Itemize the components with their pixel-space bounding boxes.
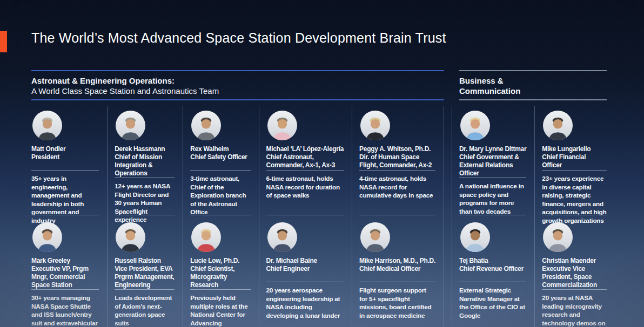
person-silhouette-icon	[543, 222, 573, 252]
avatar	[460, 111, 490, 140]
section-astronaut-engineering: Astronaut & Engineering Operations: A Wo…	[31, 70, 444, 327]
person-name: Rex Walheim	[190, 145, 250, 153]
person-bio: External Strategic Narrative Manager at …	[459, 287, 526, 320]
person-bio: 3-time astronaut, Chief of the Explorati…	[190, 175, 250, 217]
person-card: Dr. Mary Lynne DittmarChief Government &…	[452, 106, 534, 215]
avatar	[460, 222, 490, 252]
avatar	[32, 222, 62, 252]
person-title: Chief of Mission Integration & Operation…	[115, 153, 175, 178]
person-title: Chief Safety Officer	[190, 153, 250, 161]
section-header: Astronaut & Engineering Operations: A Wo…	[31, 70, 444, 100]
person-card: Matt OndlerPresident 35+ years in engine…	[31, 106, 107, 215]
person-title: Executive Vice President, Space Commerci…	[542, 265, 607, 289]
person-title: Vice President, EVA Prgrm Management, En…	[115, 265, 175, 289]
person-bio: Leads development of Axiom’s next-genera…	[115, 294, 175, 327]
section-subheading: A World Class Space Station and Astronau…	[31, 86, 444, 96]
person-silhouette-icon	[267, 111, 297, 140]
avatar	[267, 111, 297, 140]
person-card: Derek HassmannChief of Mission Integrati…	[107, 106, 183, 215]
avatar	[116, 111, 145, 140]
person-silhouette-icon	[191, 222, 221, 252]
person-silhouette-icon	[116, 222, 145, 252]
person-card: Mike LungarielloChief Financial Officer …	[534, 106, 615, 215]
person-bio: 20 years at NASA leading microgravity re…	[542, 294, 607, 327]
person-bio: 20 years aerospace engineering leadershi…	[266, 287, 344, 320]
section-heading-bold: Business &	[459, 76, 607, 86]
people-grid: Matt OndlerPresident 35+ years in engine…	[31, 106, 444, 327]
person-card: Peggy A. Whitson, Ph.D.Dir. of Human Spa…	[352, 106, 444, 215]
slide: The World’s Most Advanced Space Station …	[0, 0, 644, 327]
title-divider	[359, 170, 435, 171]
avatar	[32, 111, 62, 140]
person-silhouette-icon	[267, 222, 297, 252]
avatar	[543, 222, 573, 252]
person-card: Mark GreeleyExecutive VP, Prgm Mngr, Com…	[31, 215, 107, 327]
title-divider	[115, 289, 175, 290]
person-name: Mike Lungariello	[542, 145, 607, 153]
person-card: Michael ‘LA’ López-AlegríaChief Astronau…	[259, 106, 352, 215]
person-card: Christian MaenderExecutive Vice Presiden…	[534, 215, 615, 327]
title-divider	[266, 282, 344, 282]
people-grid: Dr. Mary Lynne DittmarChief Government &…	[452, 106, 615, 327]
avatar	[360, 222, 390, 252]
accent-bar	[0, 31, 7, 52]
person-title: Chief Engineer	[266, 265, 344, 273]
person-bio: Flight surgeon support for 5+ spacefligh…	[359, 287, 435, 320]
person-name: Peggy A. Whitson, Ph.D.	[359, 145, 435, 153]
person-silhouette-icon	[460, 111, 490, 140]
title-divider	[266, 170, 344, 171]
person-name: Mark Greeley	[31, 257, 99, 265]
person-card: Mike Harrison, M.D., Ph.D.Chief Medical …	[352, 215, 444, 327]
person-card: Dr. Michael BaineChief Engineer 20 years…	[259, 215, 352, 327]
person-bio: 6-time astronaut, holds NASA record for …	[266, 175, 344, 200]
title-divider	[31, 170, 99, 171]
person-title: Chief Financial Officer	[542, 153, 607, 169]
title-divider	[190, 170, 250, 171]
title-divider	[31, 289, 99, 290]
person-card: Rex WalheimChief Safety Officer 3-time a…	[183, 106, 258, 215]
title-divider	[115, 178, 175, 178]
person-name: Derek Hassmann	[115, 145, 175, 153]
person-title: President	[31, 153, 99, 161]
title-divider	[359, 282, 435, 282]
avatar	[360, 111, 390, 140]
person-card: Lucie Low, Ph.D.Chief Scientist, Microgr…	[183, 215, 258, 327]
person-bio: Previously held multiple roles at the Na…	[190, 294, 250, 327]
person-silhouette-icon	[360, 222, 390, 252]
person-silhouette-icon	[32, 222, 62, 252]
person-title: Executive VP, Prgm Mngr, Commercial Spac…	[31, 265, 99, 289]
person-name: Dr. Mary Lynne Dittmar	[459, 145, 526, 153]
person-name: Tej Bhatia	[459, 257, 526, 265]
title-divider	[459, 282, 526, 282]
page-title: The World’s Most Advanced Space Station …	[31, 30, 446, 46]
person-title: Chief Astronaut, Commander, Ax-1, Ax-3	[266, 153, 344, 169]
person-name: Christian Maender	[542, 257, 607, 265]
person-title: Chief Scientist, Microgravity Research	[190, 265, 250, 289]
section-header: Business & Communication	[459, 70, 607, 100]
avatar	[116, 222, 145, 252]
person-name: Michael ‘LA’ López-Alegría	[266, 145, 344, 153]
person-name: Mike Harrison, M.D., Ph.D.	[359, 257, 435, 265]
title-divider	[542, 289, 607, 290]
person-name: Lucie Low, Ph.D.	[190, 257, 250, 265]
person-title: Chief Government & External Relations Of…	[459, 153, 526, 178]
person-silhouette-icon	[191, 111, 221, 140]
person-silhouette-icon	[460, 222, 490, 252]
section-business-communication: Business & Communication Dr. Mary Lynne …	[452, 70, 615, 327]
person-bio: 4-time astronaut, holds NASA record for …	[359, 175, 435, 200]
person-title: Dir. of Human Space Flight, Commander, A…	[359, 153, 435, 169]
title-divider	[190, 289, 250, 290]
person-bio: 30+ years managing NASA Space Shuttle an…	[31, 294, 99, 327]
avatar	[191, 222, 221, 252]
person-name: Matt Ondler	[31, 145, 99, 153]
avatar	[543, 111, 573, 140]
person-silhouette-icon	[543, 111, 573, 140]
person-card: Tej BhatiaChief Revenue Officer External…	[452, 215, 534, 327]
section-heading-bold: Astronaut & Engineering Operations:	[31, 76, 444, 86]
person-card: Russell RalstonVice President, EVA Prgrm…	[107, 215, 183, 327]
person-silhouette-icon	[116, 111, 145, 140]
person-name: Dr. Michael Baine	[266, 257, 344, 265]
title-divider	[459, 178, 526, 178]
avatar	[191, 111, 221, 140]
person-silhouette-icon	[360, 111, 390, 140]
